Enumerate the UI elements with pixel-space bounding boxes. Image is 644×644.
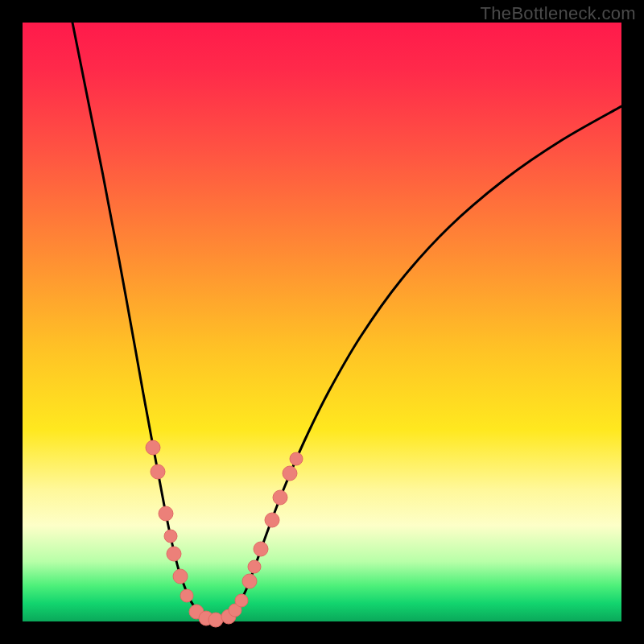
curve-left xyxy=(72,23,202,615)
data-marker xyxy=(146,440,160,455)
plot-area xyxy=(23,23,621,621)
watermark-text: TheBottleneck.com xyxy=(481,3,636,24)
chart-stage: TheBottleneck.com xyxy=(0,0,644,644)
curve-canvas xyxy=(23,23,621,621)
data-marker xyxy=(173,569,188,584)
data-marker xyxy=(164,530,177,543)
data-marker xyxy=(254,542,268,556)
data-marker xyxy=(242,574,257,588)
data-marker xyxy=(235,594,248,607)
curve-right xyxy=(232,106,621,615)
data-marker xyxy=(290,452,303,465)
data-marker xyxy=(208,613,223,627)
data-marker xyxy=(283,466,297,481)
data-marker xyxy=(167,547,181,561)
data-marker xyxy=(248,560,261,573)
data-marker xyxy=(265,513,279,527)
data-marker xyxy=(273,490,287,505)
marker-layer xyxy=(146,440,303,627)
data-marker xyxy=(159,506,173,521)
data-marker xyxy=(180,589,193,602)
data-marker xyxy=(151,464,165,479)
curve-layer xyxy=(72,23,621,620)
